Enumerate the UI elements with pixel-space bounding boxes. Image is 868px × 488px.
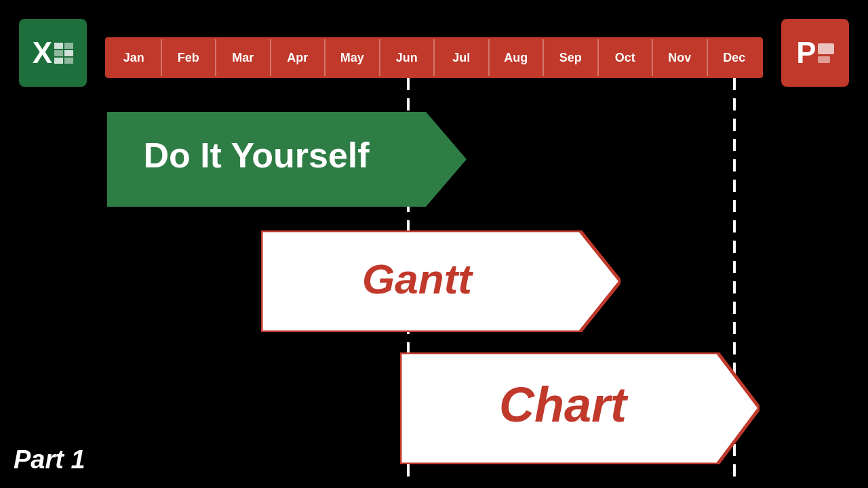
chart-text: Chart (499, 378, 629, 432)
month-aug: Aug (490, 39, 545, 76)
excel-icon: X (19, 19, 87, 87)
ppt-icon: P (781, 19, 849, 87)
part-label: Part 1 (14, 445, 85, 474)
month-jun: Jun (380, 39, 435, 76)
month-nov: Nov (653, 39, 708, 76)
chart-arrow: Chart (400, 352, 760, 461)
month-dec: Dec (708, 39, 762, 76)
month-may: May (326, 39, 380, 76)
month-mar: Mar (216, 39, 271, 76)
gantt-text: Gantt (362, 256, 473, 302)
month-bar: Jan Feb Mar Apr May Jun Jul Aug Sep Oct … (105, 37, 763, 78)
month-feb: Feb (162, 39, 217, 76)
do-it-yourself-arrow: Do It Yourself (107, 112, 467, 207)
do-it-yourself-text: Do It Yourself (143, 136, 370, 175)
month-jan: Jan (107, 39, 162, 76)
month-apr: Apr (271, 39, 326, 76)
month-sep: Sep (544, 39, 599, 76)
gantt-arrow: Gantt (261, 230, 620, 332)
month-oct: Oct (599, 39, 654, 76)
month-jul: Jul (435, 39, 490, 76)
